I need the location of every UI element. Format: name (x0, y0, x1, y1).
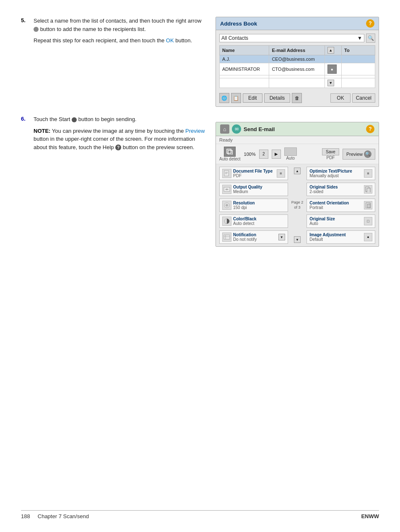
se-controls-row: Auto detect 100% 2 ▶ Auto Save (216, 144, 379, 164)
output-quality-icon (222, 185, 231, 194)
ab-edit-button[interactable]: Edit (243, 93, 262, 103)
send-icon[interactable]: ✉ (232, 124, 241, 134)
ab-scroll-down-btn[interactable]: ▼ (327, 80, 334, 86)
ab-scroll-up-btn[interactable]: ▲ (327, 47, 334, 54)
se-zoom-display: 100% (244, 152, 256, 157)
step6-para1: Touch the Start button to begin sending. (34, 115, 207, 124)
ab-row-email (269, 75, 325, 78)
step6: 6. Touch the Start button to begin sendi… (21, 115, 207, 155)
address-book-section: Address Book ? All Contacts ▼ 🔍 (216, 17, 379, 107)
doc-file-type-right-icon: ≡ (277, 169, 285, 178)
ab-list-area: Name E-mail Address ▲ To (219, 45, 375, 90)
table-row: ▼ (220, 78, 375, 88)
ab-row-to (342, 63, 375, 75)
ab-row-name (220, 75, 269, 78)
step5-left: 5. Select a name from the list of contac… (21, 17, 207, 107)
se-save-button[interactable]: Save (322, 148, 339, 155)
color-black-text: Color/Black Auto detect (233, 217, 285, 226)
page: 5. Select a name from the list of contac… (0, 0, 400, 532)
setting-image-adjustment[interactable]: Image Adjustment Default ● (306, 230, 375, 244)
se-auto-input[interactable] (284, 147, 297, 156)
se-auto-area: Auto (284, 147, 297, 160)
ab-col-to: To (342, 46, 375, 55)
setting-resolution[interactable]: Resolution 150 dpi (219, 199, 288, 212)
setting-original-size[interactable]: Original Size Auto □ (306, 214, 375, 228)
se-scroll-down[interactable]: ▼ (294, 236, 301, 243)
original-sides-right-icon (364, 185, 372, 194)
ab-row-scroll-cell (325, 75, 341, 78)
auto-detect-label: Auto detect (219, 157, 241, 161)
send-email-section: ⌂ ✉ Send E-mail ? Ready Auto detect (216, 115, 379, 247)
ab-copy-button[interactable]: 📋 (231, 93, 241, 103)
ab-search-button[interactable]: 🔍 (366, 34, 375, 43)
ab-bottom-left: 🌐 📋 Edit Details 🗑 (219, 93, 302, 103)
step5-para2: Repeat this step for each recipient, and… (34, 36, 207, 45)
ab-trash-button[interactable]: 🗑 (292, 93, 302, 103)
setting-optimize-text[interactable]: Optimize Text/Picture Manually adjust ≡ (306, 167, 375, 180)
ab-globe-button[interactable]: 🌐 (219, 93, 229, 103)
footer-brand: ENWW (361, 513, 379, 519)
start-icon (72, 117, 77, 122)
svg-rect-17 (367, 188, 370, 192)
ab-help-button[interactable]: ? (366, 19, 374, 28)
ab-header-row: Name E-mail Address ▲ To (220, 46, 375, 55)
step6-section: 6. Touch the Start button to begin sendi… (21, 115, 379, 247)
image-adjustment-text: Image Adjustment Default (309, 232, 362, 242)
ab-contacts-table: Name E-mail Address ▲ To (219, 45, 375, 88)
ab-filter-dropdown[interactable]: All Contacts ▼ (219, 34, 364, 42)
se-nav-page[interactable]: 2 (259, 150, 268, 159)
content-orientation-right-icon (364, 201, 372, 209)
preview-word: Preview (185, 128, 205, 134)
step6-number: 6. (21, 115, 34, 155)
se-help-button[interactable]: ? (366, 125, 374, 133)
resolution-icon (222, 201, 231, 210)
setting-output-quality[interactable]: Output Quality Medium (219, 183, 288, 196)
setting-doc-file-type[interactable]: Document File Type PDF ≡ (219, 167, 288, 180)
setting-notification[interactable]: Notification Do not notify ▼ (219, 230, 288, 244)
setting-content-orientation[interactable]: Content Orientation Portrait (306, 199, 375, 212)
ab-details-button[interactable]: Details (264, 93, 291, 103)
notification-scroll-btn[interactable]: ▼ (278, 234, 285, 240)
original-size-right-icon: □ (364, 217, 372, 225)
setting-color-black[interactable]: Color/Black Auto detect (219, 214, 288, 228)
ab-row-scroll-cell (325, 55, 341, 63)
original-sides-text: Original Sides 2-sided (309, 185, 362, 194)
step5-content: Select a name from the list of contacts,… (34, 17, 207, 48)
optimize-text-text: Optimize Text/Picture Manually adjust (309, 169, 362, 178)
output-quality-text: Output Quality Medium (233, 185, 285, 194)
original-size-text: Original Size Auto (309, 217, 362, 226)
step5-section: 5. Select a name from the list of contac… (21, 17, 379, 107)
chapter-text: Chapter 7 Scan/send (38, 513, 89, 519)
svg-point-8 (226, 189, 228, 190)
content-orientation-text: Content Orientation Portrait (309, 201, 362, 210)
se-title-bar: ⌂ ✉ Send E-mail ? (216, 122, 379, 136)
home-icon[interactable]: ⌂ (220, 124, 229, 134)
table-row[interactable]: A.J. CEO@business.com (220, 55, 375, 63)
ab-row-to (342, 78, 375, 88)
auto-detect-icon[interactable] (224, 147, 236, 157)
ab-row-scroll-cell: ▼ (325, 78, 341, 88)
step5-para1: Select a name from the list of contacts,… (34, 17, 207, 33)
ab-title: Address Book (220, 21, 257, 27)
se-settings-left: Document File Type PDF ≡ Output Quality (218, 166, 289, 245)
ab-cancel-button[interactable]: Cancel (352, 93, 375, 103)
ab-ok-button[interactable]: OK (330, 93, 350, 103)
se-auto-detect: Auto detect (219, 147, 241, 161)
image-adjustment-right-icon: ● (364, 233, 372, 241)
step5: 5. Select a name from the list of contac… (21, 17, 207, 48)
se-preview-button[interactable]: Preview 🔍 (343, 149, 375, 160)
ab-bottom-row: 🌐 📋 Edit Details 🗑 OK Cancel (219, 93, 375, 103)
ab-row-email: CTO@business.com (269, 63, 325, 75)
se-scroll-up[interactable]: ▲ (294, 168, 301, 174)
add-to-button[interactable]: ● (327, 65, 337, 74)
table-row[interactable]: ADMINISTRATOR CTO@business.com ● (220, 63, 375, 75)
svg-rect-0 (227, 149, 231, 153)
color-black-icon (222, 217, 231, 226)
svg-rect-19 (367, 204, 370, 208)
send-email-panel: ⌂ ✉ Send E-mail ? Ready Auto detect (216, 122, 379, 247)
right-arrow-icon (34, 27, 39, 32)
setting-original-sides[interactable]: Original Sides 2-sided (306, 183, 375, 196)
se-nav-arrow[interactable]: ▶ (272, 150, 281, 159)
doc-file-type-text: Document File Type PDF (233, 169, 275, 178)
se-title: Send E-mail (244, 126, 275, 132)
